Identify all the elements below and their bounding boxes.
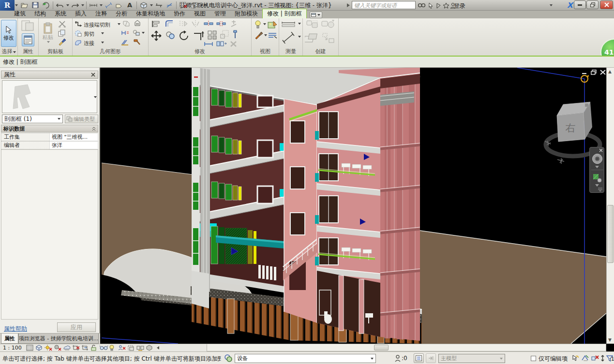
active-workset-select[interactable]: 主模型 [438,354,505,363]
create-assembly-icon[interactable] [321,20,335,30]
horizontal-scrollbar[interactable] [207,344,606,351]
select-caret-icon[interactable] [13,51,16,53]
beam-join-hammer-icon[interactable] [133,38,141,45]
tab-properties-palette[interactable]: 属性 [1,334,18,344]
worksets-dialog-icon[interactable] [414,353,424,363]
copy-monitor-caret-icon[interactable] [142,32,145,34]
sun-path-icon[interactable] [45,345,52,351]
cut-geometry-label[interactable]: 剪切 [84,30,94,38]
vertical-scrollbar[interactable]: ▲ ▼ [606,68,614,344]
undo-icon[interactable] [55,1,65,10]
properties-help-link[interactable]: 属性帮助 [4,325,27,333]
select-links-icon[interactable] [570,353,580,363]
view-close-icon[interactable] [600,70,606,75]
scale-icon[interactable] [220,30,229,39]
create-similar-icon[interactable] [322,33,335,44]
copy-icon[interactable] [58,29,66,37]
search-icon[interactable] [418,1,426,10]
tab-view[interactable]: 视图 [190,9,210,18]
zoom-caret-icon[interactable] [595,184,599,187]
align-icon[interactable] [151,20,160,28]
communication-center-icon[interactable] [428,1,434,10]
signin-caret-icon[interactable] [550,4,553,6]
search-input[interactable]: 键入关键字或短语 [352,1,416,9]
property-value[interactable]: 视图 "三维视... [49,133,98,141]
panel-create-label[interactable]: 创建 [303,48,338,55]
palette-header[interactable]: 属性 [1,71,98,79]
open-icon[interactable] [20,1,30,10]
section-icon[interactable] [154,1,164,10]
demolish-icon[interactable] [134,20,141,27]
reveal-hidden-bulb-icon[interactable] [109,345,117,351]
terrain-right[interactable] [420,231,606,344]
displaced-elements-icon[interactable] [127,345,135,351]
design-options-icon[interactable] [223,353,233,363]
navbar-menu-icon[interactable] [598,188,602,191]
tab-annotate[interactable]: 注释 [91,9,111,18]
tab-massing-site[interactable]: 体量和场地 [132,9,169,18]
split-with-gap-icon[interactable] [216,20,226,27]
view-caret-icon[interactable] [150,4,153,6]
crop-view-icon[interactable] [72,345,80,351]
delete-icon[interactable] [230,41,237,47]
property-value[interactable]: 张洋 [49,141,98,149]
join-geometry-icon[interactable] [75,39,82,46]
cope-caret-icon[interactable] [118,23,120,25]
tab-structure[interactable]: 结构 [30,9,50,18]
tab-architecture[interactable]: 建筑 [10,9,30,18]
cut-geometry-icon[interactable] [75,30,82,37]
signin-label[interactable]: 登录 [454,2,465,10]
editable-only-checkbox[interactable] [531,356,536,361]
panel-measure-label[interactable]: 测量 [279,48,302,55]
horizontal-scroll-thumb[interactable] [374,345,389,350]
panel-view-label[interactable]: 视图 [252,48,279,55]
scroll-down-icon[interactable]: ▼ [608,337,612,342]
identity-data-header[interactable]: 标识数据 [1,125,98,132]
rendering-dialog-icon[interactable] [63,345,71,351]
dimension-offset-icon[interactable] [121,29,130,36]
tab-project-browser[interactable]: 项目浏览器 - 技师学院机电培训... [18,334,99,344]
viewbar-collapse-icon[interactable] [156,346,160,350]
wall-joins-icon[interactable] [121,39,129,45]
move-icon[interactable] [151,30,162,41]
unpin-icon[interactable] [230,20,238,27]
tab-insert[interactable]: 插入 [71,9,91,18]
aligned-dimension-icon[interactable] [104,1,113,10]
paint-caret-icon[interactable] [264,34,267,36]
restore-button[interactable] [586,0,599,9]
editable-only-label[interactable]: 仅可编辑项 [539,355,568,363]
star-icon[interactable] [443,1,449,10]
linework-icon[interactable] [268,32,277,39]
dimension-diagonal-icon[interactable] [282,32,295,44]
unlock-view-icon[interactable] [90,345,98,351]
trim-extend-icon[interactable] [193,30,205,41]
panel-properties-label[interactable]: 属性 [18,48,38,55]
tag-icon[interactable] [114,1,124,10]
design-option-select[interactable]: 设备 [235,354,376,363]
tab-addins[interactable]: 附加模块 [230,9,262,18]
redo-caret-icon[interactable] [81,4,84,6]
array-icon[interactable] [208,30,217,40]
preview-caret-icon[interactable] [94,96,97,98]
cope-icon[interactable] [75,21,82,27]
lightbulb-caret-icon[interactable] [263,23,266,25]
view-scale[interactable]: 1 : 100 [3,345,22,351]
view-minimize-icon[interactable] [582,70,587,74]
render-icon[interactable] [268,20,277,29]
show-crop-icon[interactable] [81,345,89,351]
wheel-caret-icon[interactable] [595,166,599,168]
panel-clipboard-label[interactable]: 剪贴板 [39,48,72,55]
apply-button[interactable]: 应用 [57,322,96,332]
tab-collaborate[interactable]: 协作 [169,9,190,18]
analytical-model-icon[interactable] [146,345,153,351]
family-properties-icon[interactable] [21,20,35,32]
tab-modify-section-box[interactable]: 修改 | 剖面框 [262,9,307,18]
copy-element-icon[interactable] [165,31,176,40]
dimension-caret-icon[interactable] [298,36,301,38]
create-parts-icon[interactable] [305,32,318,44]
modify-button[interactable]: 修改 [1,20,16,47]
collapse-icon[interactable] [92,127,96,131]
mirror-axis-icon[interactable] [191,20,200,28]
tab-systems[interactable]: 系统 [50,9,71,18]
text-icon[interactable]: A [125,1,135,10]
